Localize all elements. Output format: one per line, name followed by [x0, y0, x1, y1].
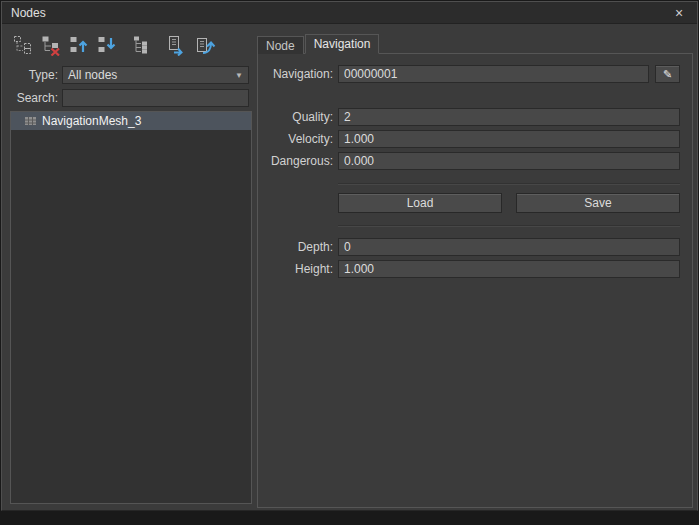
- navigation-tab-content: Navigation: ✎ Quality: Velocity: Dangero…: [257, 53, 693, 508]
- navigation-input[interactable]: [338, 65, 649, 83]
- pencil-icon: ✎: [663, 68, 672, 81]
- type-dropdown-value: All nodes: [68, 68, 235, 82]
- search-label: Search:: [10, 91, 62, 105]
- tab-bar: Node Navigation: [257, 34, 380, 54]
- import-nodes-icon: [166, 34, 188, 56]
- velocity-label: Velocity:: [264, 132, 338, 146]
- dangerous-label: Dangerous:: [264, 154, 338, 168]
- group-separator: [338, 225, 680, 227]
- chevron-down-icon: ▼: [235, 71, 243, 80]
- node-list: NavigationMesh_3: [10, 111, 252, 504]
- load-button[interactable]: Load: [338, 193, 502, 213]
- dangerous-field-row: Dangerous:: [264, 152, 680, 170]
- quality-field-row: Quality:: [264, 108, 680, 126]
- tab-navigation[interactable]: Navigation: [305, 34, 380, 54]
- move-node-down-icon: [96, 34, 118, 56]
- create-node-icon: [12, 34, 34, 56]
- nodes-toolbar: [10, 30, 252, 60]
- quality-label: Quality:: [264, 110, 338, 124]
- navigation-field-row: Navigation: ✎: [264, 65, 680, 83]
- depth-field-row: Depth:: [264, 238, 680, 256]
- export-nodes-icon: [194, 34, 216, 56]
- navigation-label: Navigation:: [264, 67, 338, 81]
- height-input[interactable]: [338, 260, 680, 278]
- create-node-button[interactable]: [10, 32, 36, 58]
- nodes-list-panel: Type: All nodes ▼ Search: NavigationMesh…: [10, 30, 252, 504]
- delete-node-icon: [40, 34, 62, 56]
- velocity-field-row: Velocity:: [264, 130, 680, 148]
- height-label: Height:: [264, 262, 338, 276]
- group-separator: [338, 183, 680, 185]
- delete-node-button[interactable]: [38, 32, 64, 58]
- tree-view-button[interactable]: [129, 32, 155, 58]
- import-nodes-button[interactable]: [164, 32, 190, 58]
- search-input[interactable]: [62, 89, 249, 107]
- depth-label: Depth:: [264, 240, 338, 254]
- nodes-window: Nodes ×: [1, 1, 698, 511]
- titlebar: Nodes ×: [2, 2, 697, 24]
- close-icon[interactable]: ×: [670, 6, 688, 20]
- type-label: Type:: [10, 68, 62, 82]
- tree-view-icon: [131, 34, 153, 56]
- mesh-icon: [24, 115, 37, 127]
- export-nodes-button[interactable]: [192, 32, 218, 58]
- velocity-input[interactable]: [338, 130, 680, 148]
- height-field-row: Height:: [264, 260, 680, 278]
- list-item-navigationmesh[interactable]: NavigationMesh_3: [11, 112, 251, 130]
- move-node-up-button[interactable]: [66, 32, 92, 58]
- load-save-row: Load Save: [338, 193, 680, 213]
- dangerous-input[interactable]: [338, 152, 680, 170]
- save-button[interactable]: Save: [516, 193, 680, 213]
- type-filter-row: Type: All nodes ▼: [10, 66, 249, 84]
- list-item-label: NavigationMesh_3: [42, 114, 141, 128]
- tab-node[interactable]: Node: [257, 36, 304, 54]
- quality-input[interactable]: [338, 108, 680, 126]
- move-node-down-button[interactable]: [94, 32, 120, 58]
- depth-input[interactable]: [338, 238, 680, 256]
- window-title: Nodes: [11, 6, 670, 20]
- move-node-up-icon: [68, 34, 90, 56]
- properties-panel: Node Navigation Navigation: ✎ Quality: V…: [257, 34, 693, 508]
- type-dropdown[interactable]: All nodes ▼: [62, 66, 249, 84]
- search-row: Search:: [10, 89, 249, 107]
- edit-navigation-button[interactable]: ✎: [655, 65, 680, 83]
